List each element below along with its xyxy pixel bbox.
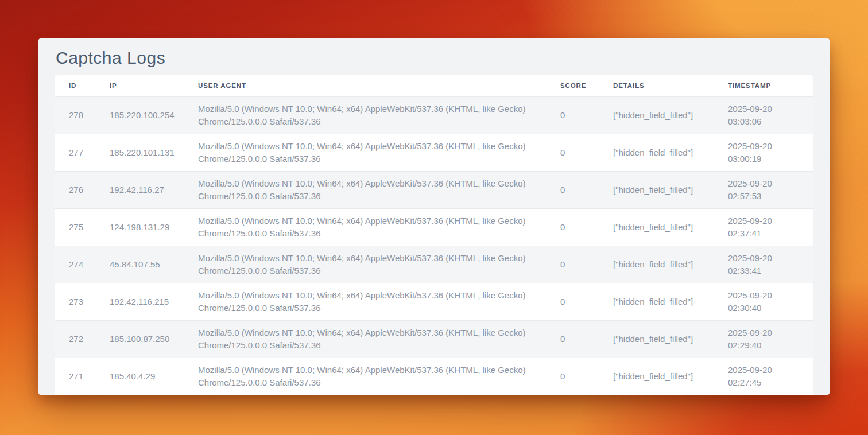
timestamp-date: 2025-09-20 <box>728 252 805 265</box>
cell-id: 276 <box>55 171 95 208</box>
cell-details: ["hidden_field_filled"] <box>599 134 714 171</box>
cell-score: 0 <box>546 320 599 358</box>
cell-user-agent: Mozilla/5.0 (Windows NT 10.0; Win64; x64… <box>184 246 546 283</box>
cell-id: 272 <box>55 320 95 358</box>
timestamp-time: 02:37:41 <box>728 227 805 240</box>
column-header-timestamp: TIMESTAMP <box>714 75 813 96</box>
table-row: 277 185.220.101.131 Mozilla/5.0 (Windows… <box>55 134 813 171</box>
cell-id: 278 <box>55 96 95 134</box>
cell-details: ["hidden_field_filled"] <box>599 246 714 283</box>
cell-user-agent: Mozilla/5.0 (Windows NT 10.0; Win64; x64… <box>184 358 546 395</box>
cell-user-agent: Mozilla/5.0 (Windows NT 10.0; Win64; x64… <box>184 208 546 246</box>
timestamp-time: 02:27:45 <box>728 376 805 389</box>
cell-user-agent: Mozilla/5.0 (Windows NT 10.0; Win64; x64… <box>184 320 546 358</box>
cell-timestamp: 2025-09-20 02:29:40 <box>714 320 813 358</box>
table-body: 278 185.220.100.254 Mozilla/5.0 (Windows… <box>55 96 813 395</box>
cell-ip: 192.42.116.27 <box>95 171 184 208</box>
cell-ip: 185.220.101.131 <box>95 134 184 171</box>
cell-details: ["hidden_field_filled"] <box>599 171 714 208</box>
timestamp-date: 2025-09-20 <box>728 140 805 153</box>
cell-score: 0 <box>546 208 599 246</box>
timestamp-date: 2025-09-20 <box>728 327 805 339</box>
cell-timestamp: 2025-09-20 03:03:06 <box>714 96 813 134</box>
table-header: ID IP USER AGENT SCORE DETAILS TIMESTAMP <box>55 75 813 96</box>
timestamp-time: 02:57:53 <box>728 190 805 203</box>
table-header-row: ID IP USER AGENT SCORE DETAILS TIMESTAMP <box>55 75 813 96</box>
cell-timestamp: 2025-09-20 02:57:53 <box>714 171 813 208</box>
table-row: 271 185.40.4.29 Mozilla/5.0 (Windows NT … <box>55 358 813 395</box>
cell-score: 0 <box>546 358 599 395</box>
cell-ip: 185.100.87.250 <box>95 320 184 358</box>
cell-score: 0 <box>546 246 599 283</box>
timestamp-date: 2025-09-20 <box>728 364 805 376</box>
cell-id: 277 <box>55 134 95 171</box>
cell-timestamp: 2025-09-20 02:33:41 <box>714 246 813 283</box>
cell-ip: 185.220.100.254 <box>95 96 184 134</box>
cell-user-agent: Mozilla/5.0 (Windows NT 10.0; Win64; x64… <box>184 171 546 208</box>
cell-score: 0 <box>546 96 599 134</box>
table-row: 272 185.100.87.250 Mozilla/5.0 (Windows … <box>55 320 813 358</box>
cell-timestamp: 2025-09-20 02:30:40 <box>714 283 813 320</box>
captcha-logs-table-container: ID IP USER AGENT SCORE DETAILS TIMESTAMP… <box>55 75 813 395</box>
timestamp-date: 2025-09-20 <box>728 177 805 190</box>
cell-details: ["hidden_field_filled"] <box>599 96 714 134</box>
page-title: Captcha Logs <box>38 38 830 75</box>
cell-id: 275 <box>55 208 95 246</box>
captcha-logs-table: ID IP USER AGENT SCORE DETAILS TIMESTAMP… <box>55 75 813 395</box>
cell-id: 273 <box>55 283 95 320</box>
cell-details: ["hidden_field_filled"] <box>599 320 714 358</box>
table-row: 275 124.198.131.29 Mozilla/5.0 (Windows … <box>55 208 813 246</box>
timestamp-time: 03:03:06 <box>728 115 805 128</box>
background: { "page": { "title": "Captcha Logs" }, "… <box>0 0 868 435</box>
cell-timestamp: 2025-09-20 02:27:45 <box>714 358 813 395</box>
cell-timestamp: 2025-09-20 02:37:41 <box>714 208 813 246</box>
table-row: 274 45.84.107.55 Mozilla/5.0 (Windows NT… <box>55 246 813 283</box>
cell-user-agent: Mozilla/5.0 (Windows NT 10.0; Win64; x64… <box>184 134 546 171</box>
cell-score: 0 <box>546 134 599 171</box>
cell-score: 0 <box>546 283 599 320</box>
column-header-user-agent: USER AGENT <box>184 75 546 96</box>
cell-ip: 45.84.107.55 <box>95 246 184 283</box>
table-row: 273 192.42.116.215 Mozilla/5.0 (Windows … <box>55 283 813 320</box>
cell-timestamp: 2025-09-20 03:00:19 <box>714 134 813 171</box>
captcha-logs-card: Captcha Logs ID IP USER AGENT SCORE DETA… <box>38 38 830 395</box>
cell-details: ["hidden_field_filled"] <box>599 358 714 395</box>
column-header-score: SCORE <box>546 75 599 96</box>
cell-score: 0 <box>546 171 599 208</box>
cell-details: ["hidden_field_filled"] <box>599 283 714 320</box>
timestamp-time: 02:29:40 <box>728 339 805 352</box>
cell-user-agent: Mozilla/5.0 (Windows NT 10.0; Win64; x64… <box>184 96 546 134</box>
timestamp-time: 02:30:40 <box>728 302 805 314</box>
cell-user-agent: Mozilla/5.0 (Windows NT 10.0; Win64; x64… <box>184 283 546 320</box>
column-header-details: DETAILS <box>599 75 714 96</box>
table-row: 278 185.220.100.254 Mozilla/5.0 (Windows… <box>55 96 813 134</box>
cell-id: 271 <box>55 358 95 395</box>
timestamp-time: 02:33:41 <box>728 265 805 277</box>
table-row: 276 192.42.116.27 Mozilla/5.0 (Windows N… <box>55 171 813 208</box>
column-header-ip: IP <box>95 75 184 96</box>
cell-id: 274 <box>55 246 95 283</box>
cell-details: ["hidden_field_filled"] <box>599 208 714 246</box>
column-header-id: ID <box>55 75 95 96</box>
timestamp-date: 2025-09-20 <box>728 215 805 227</box>
cell-ip: 124.198.131.29 <box>95 208 184 246</box>
timestamp-date: 2025-09-20 <box>728 103 805 115</box>
cell-ip: 192.42.116.215 <box>95 283 184 320</box>
timestamp-time: 03:00:19 <box>728 153 805 165</box>
timestamp-date: 2025-09-20 <box>728 289 805 302</box>
cell-ip: 185.40.4.29 <box>95 358 184 395</box>
